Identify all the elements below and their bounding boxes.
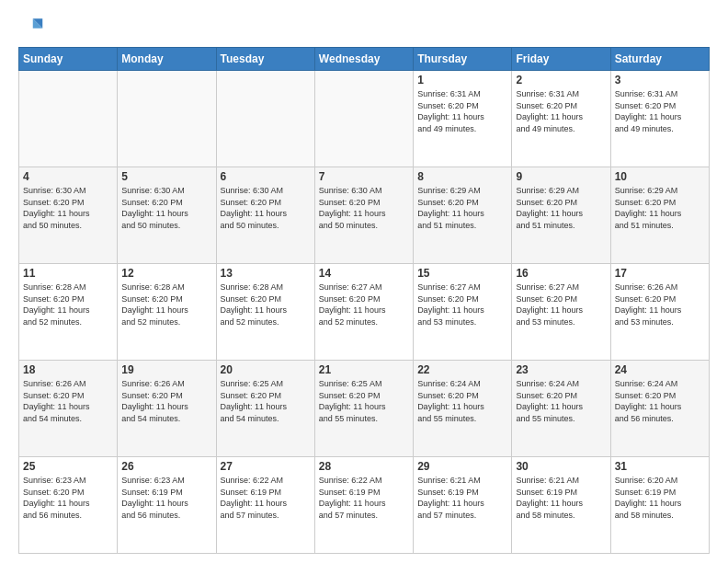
page: SundayMondayTuesdayWednesdayThursdayFrid… — [0, 0, 728, 563]
day-number: 7 — [319, 170, 409, 183]
calendar-cell: 10Sunrise: 6:29 AM Sunset: 6:20 PM Dayli… — [610, 167, 709, 264]
calendar-cell: 6Sunrise: 6:30 AM Sunset: 6:20 PM Daylig… — [216, 167, 314, 264]
calendar-cell: 23Sunrise: 6:24 AM Sunset: 6:20 PM Dayli… — [512, 361, 610, 457]
calendar-header-row: SundayMondayTuesdayWednesdayThursdayFrid… — [19, 48, 710, 71]
day-number: 28 — [319, 460, 409, 473]
day-number: 8 — [417, 170, 507, 183]
day-info: Sunrise: 6:27 AM Sunset: 6:20 PM Dayligh… — [417, 282, 507, 327]
day-info: Sunrise: 6:30 AM Sunset: 6:20 PM Dayligh… — [23, 185, 113, 231]
day-number: 13 — [221, 267, 311, 280]
day-info: Sunrise: 6:27 AM Sunset: 6:20 PM Dayligh… — [319, 282, 409, 327]
calendar-cell: 18Sunrise: 6:26 AM Sunset: 6:20 PM Dayli… — [19, 361, 118, 457]
day-info: Sunrise: 6:23 AM Sunset: 6:19 PM Dayligh… — [121, 475, 211, 521]
calendar-cell: 31Sunrise: 6:20 AM Sunset: 6:19 PM Dayli… — [610, 457, 709, 554]
logo — [18, 14, 48, 40]
calendar-cell: 4Sunrise: 6:30 AM Sunset: 6:20 PM Daylig… — [19, 167, 118, 264]
calendar-cell: 21Sunrise: 6:25 AM Sunset: 6:20 PM Dayli… — [314, 361, 413, 457]
day-number: 1 — [417, 74, 507, 86]
calendar-week-row: 1Sunrise: 6:31 AM Sunset: 6:20 PM Daylig… — [19, 71, 710, 167]
day-info: Sunrise: 6:24 AM Sunset: 6:20 PM Dayligh… — [516, 378, 606, 424]
weekday-header: Saturday — [610, 48, 709, 71]
weekday-header: Monday — [118, 48, 216, 71]
day-info: Sunrise: 6:30 AM Sunset: 6:20 PM Dayligh… — [221, 185, 311, 231]
weekday-header: Thursday — [414, 48, 512, 71]
day-info: Sunrise: 6:28 AM Sunset: 6:20 PM Dayligh… — [23, 282, 113, 327]
calendar-cell: 15Sunrise: 6:27 AM Sunset: 6:20 PM Dayli… — [414, 264, 512, 361]
calendar-cell: 14Sunrise: 6:27 AM Sunset: 6:20 PM Dayli… — [314, 264, 413, 361]
calendar-cell: 16Sunrise: 6:27 AM Sunset: 6:20 PM Dayli… — [512, 264, 610, 361]
calendar-cell: 26Sunrise: 6:23 AM Sunset: 6:19 PM Dayli… — [118, 457, 216, 554]
calendar-cell — [118, 71, 216, 167]
day-info: Sunrise: 6:24 AM Sunset: 6:20 PM Dayligh… — [417, 378, 507, 424]
day-number: 18 — [23, 363, 113, 376]
calendar-cell: 8Sunrise: 6:29 AM Sunset: 6:20 PM Daylig… — [414, 167, 512, 264]
day-info: Sunrise: 6:28 AM Sunset: 6:20 PM Dayligh… — [221, 282, 311, 327]
header — [18, 14, 710, 40]
day-info: Sunrise: 6:20 AM Sunset: 6:19 PM Dayligh… — [615, 475, 705, 521]
calendar-cell: 1Sunrise: 6:31 AM Sunset: 6:20 PM Daylig… — [414, 71, 512, 167]
day-info: Sunrise: 6:26 AM Sunset: 6:20 PM Dayligh… — [121, 378, 211, 424]
calendar-cell — [216, 71, 314, 167]
day-number: 5 — [121, 170, 211, 183]
calendar-cell: 30Sunrise: 6:21 AM Sunset: 6:19 PM Dayli… — [512, 457, 610, 554]
calendar-cell: 28Sunrise: 6:22 AM Sunset: 6:19 PM Dayli… — [314, 457, 413, 554]
day-info: Sunrise: 6:25 AM Sunset: 6:20 PM Dayligh… — [319, 378, 409, 424]
day-number: 14 — [319, 267, 409, 280]
day-info: Sunrise: 6:26 AM Sunset: 6:20 PM Dayligh… — [23, 378, 113, 424]
day-info: Sunrise: 6:21 AM Sunset: 6:19 PM Dayligh… — [417, 475, 507, 521]
day-info: Sunrise: 6:30 AM Sunset: 6:20 PM Dayligh… — [121, 185, 211, 231]
calendar-cell: 20Sunrise: 6:25 AM Sunset: 6:20 PM Dayli… — [216, 361, 314, 457]
weekday-header: Sunday — [19, 48, 118, 71]
day-info: Sunrise: 6:21 AM Sunset: 6:19 PM Dayligh… — [516, 475, 606, 521]
day-number: 26 — [121, 460, 211, 473]
day-info: Sunrise: 6:29 AM Sunset: 6:20 PM Dayligh… — [516, 185, 606, 231]
weekday-header: Friday — [512, 48, 610, 71]
day-info: Sunrise: 6:26 AM Sunset: 6:20 PM Dayligh… — [615, 282, 705, 327]
day-info: Sunrise: 6:24 AM Sunset: 6:20 PM Dayligh… — [615, 378, 705, 424]
calendar-cell: 3Sunrise: 6:31 AM Sunset: 6:20 PM Daylig… — [610, 71, 709, 167]
day-number: 9 — [516, 170, 606, 183]
calendar-cell: 27Sunrise: 6:22 AM Sunset: 6:19 PM Dayli… — [216, 457, 314, 554]
day-number: 25 — [23, 460, 113, 473]
calendar-table: SundayMondayTuesdayWednesdayThursdayFrid… — [18, 47, 710, 554]
day-info: Sunrise: 6:27 AM Sunset: 6:20 PM Dayligh… — [516, 282, 606, 327]
calendar-cell: 19Sunrise: 6:26 AM Sunset: 6:20 PM Dayli… — [118, 361, 216, 457]
day-number: 22 — [417, 363, 507, 376]
day-number: 10 — [615, 170, 705, 183]
day-number: 23 — [516, 363, 606, 376]
day-number: 31 — [615, 460, 705, 473]
day-info: Sunrise: 6:22 AM Sunset: 6:19 PM Dayligh… — [221, 475, 311, 521]
calendar-cell: 2Sunrise: 6:31 AM Sunset: 6:20 PM Daylig… — [512, 71, 610, 167]
calendar-cell: 5Sunrise: 6:30 AM Sunset: 6:20 PM Daylig… — [118, 167, 216, 264]
weekday-header: Wednesday — [314, 48, 413, 71]
calendar-cell: 29Sunrise: 6:21 AM Sunset: 6:19 PM Dayli… — [414, 457, 512, 554]
logo-icon — [18, 14, 44, 40]
day-number: 29 — [417, 460, 507, 473]
day-number: 3 — [615, 74, 705, 86]
day-number: 19 — [121, 363, 211, 376]
calendar-cell: 9Sunrise: 6:29 AM Sunset: 6:20 PM Daylig… — [512, 167, 610, 264]
calendar-cell — [19, 71, 118, 167]
day-info: Sunrise: 6:28 AM Sunset: 6:20 PM Dayligh… — [121, 282, 211, 327]
calendar-week-row: 18Sunrise: 6:26 AM Sunset: 6:20 PM Dayli… — [19, 361, 710, 457]
day-number: 20 — [221, 363, 311, 376]
day-number: 24 — [615, 363, 705, 376]
day-number: 2 — [516, 74, 606, 86]
day-number: 21 — [319, 363, 409, 376]
day-number: 4 — [23, 170, 113, 183]
calendar-cell — [314, 71, 413, 167]
day-info: Sunrise: 6:22 AM Sunset: 6:19 PM Dayligh… — [319, 475, 409, 521]
calendar-week-row: 11Sunrise: 6:28 AM Sunset: 6:20 PM Dayli… — [19, 264, 710, 361]
day-number: 12 — [121, 267, 211, 280]
calendar-cell: 22Sunrise: 6:24 AM Sunset: 6:20 PM Dayli… — [414, 361, 512, 457]
calendar-cell: 13Sunrise: 6:28 AM Sunset: 6:20 PM Dayli… — [216, 264, 314, 361]
day-number: 30 — [516, 460, 606, 473]
calendar-week-row: 25Sunrise: 6:23 AM Sunset: 6:20 PM Dayli… — [19, 457, 710, 554]
calendar-cell: 7Sunrise: 6:30 AM Sunset: 6:20 PM Daylig… — [314, 167, 413, 264]
day-info: Sunrise: 6:29 AM Sunset: 6:20 PM Dayligh… — [615, 185, 705, 231]
day-info: Sunrise: 6:31 AM Sunset: 6:20 PM Dayligh… — [516, 88, 606, 134]
day-info: Sunrise: 6:25 AM Sunset: 6:20 PM Dayligh… — [221, 378, 311, 424]
day-number: 27 — [221, 460, 311, 473]
day-number: 11 — [23, 267, 113, 280]
weekday-header: Tuesday — [216, 48, 314, 71]
